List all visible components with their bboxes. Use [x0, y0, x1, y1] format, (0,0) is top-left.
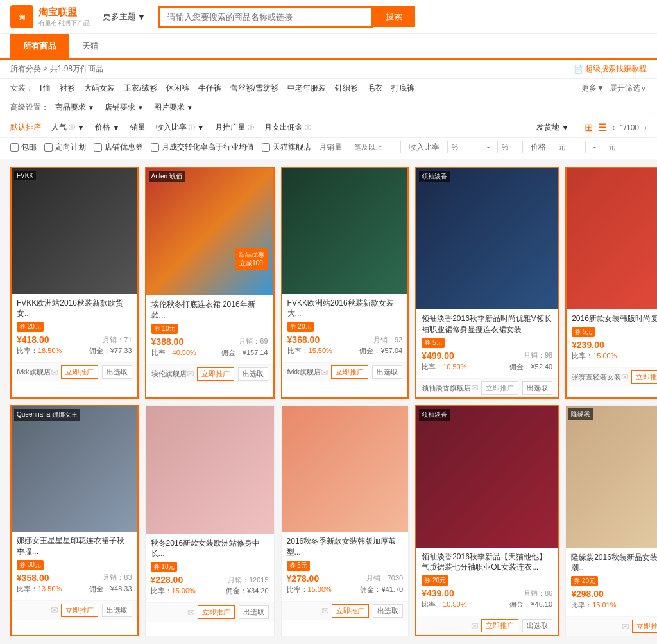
conversion-rate-checkbox[interactable] [151, 143, 159, 152]
product-req-dropdown[interactable]: 商品要求 ▼ [55, 102, 94, 113]
image-req-dropdown[interactable]: 图片要求 ▼ [154, 102, 193, 113]
tab-tmall[interactable]: 天猫 [69, 34, 112, 58]
cat-item-casual-pants[interactable]: 休闲裤 [166, 83, 189, 94]
product-card[interactable]: 2016新款女装韩版时尚复古宽松红...券 5元¥239.00月销：11825比… [565, 167, 657, 399]
product-card[interactable]: 领袖淡香领袖淡香2016秋季新品时尚优雅V领长袖职业裙修身显瘦连衣裙女装券 5元… [415, 167, 559, 399]
mail-icon[interactable]: ✉ [471, 621, 479, 631]
product-card[interactable]: Queennana 娜娜女王娜娜女王星星星印花连衣裙子秋季撞...券 30元¥3… [10, 405, 139, 637]
product-card[interactable]: FVKK欧洲站2016秋装新款女装大...券 20元¥368.00月销：92比率… [281, 167, 409, 399]
product-card[interactable]: Anlen 琥佰新品优惠立减100埃伦秋冬打底连衣裙 2016年新款...券 1… [145, 167, 275, 399]
select-button[interactable]: 出选取 [238, 367, 268, 381]
cat-item-jeans[interactable]: 牛仔裤 [198, 83, 221, 94]
cat-item-hoodie[interactable]: 卫衣/绒衫 [124, 83, 157, 94]
product-title: 2016新款女装韩版时尚复古宽松红... [572, 313, 657, 324]
rate-to-input[interactable] [497, 141, 523, 153]
promote-button[interactable]: 立即推广 [631, 370, 657, 384]
cat-item-lace[interactable]: 蕾丝衫/雪纺衫 [230, 83, 278, 94]
cb-conversion-rate[interactable]: 月成交转化率高于行业均值 [151, 142, 254, 153]
cat-item-tshirt[interactable]: T恤 [38, 83, 51, 94]
cb-free-shipping[interactable]: 包邮 [10, 142, 37, 153]
promote-button[interactable]: 立即推广 [198, 605, 235, 619]
product-price: ¥239.00 [572, 340, 604, 350]
mail-icon[interactable]: ✉ [51, 367, 58, 378]
shop-coupon-checkbox[interactable] [94, 143, 102, 152]
mail-icon[interactable]: ✉ [187, 369, 194, 379]
rate-value: 比率：15.01% [571, 600, 616, 610]
promote-button[interactable]: 立即推广 [481, 619, 518, 632]
mail-icon[interactable]: ✉ [321, 605, 329, 616]
search-input[interactable] [158, 6, 373, 28]
mail-icon[interactable]: ✉ [321, 367, 328, 378]
rate-input[interactable] [447, 141, 479, 153]
monthly-sales: 月销：69 [239, 336, 268, 346]
select-button[interactable]: 出选取 [522, 619, 552, 632]
mail-icon[interactable]: ✉ [187, 607, 195, 618]
next-page-btn[interactable]: › [644, 123, 647, 132]
select-button[interactable]: 出选取 [239, 605, 269, 619]
rate-row: 比率：10.50%佣金：¥46.10 [422, 600, 552, 609]
directed-plan-checkbox[interactable] [44, 143, 53, 152]
cat-item-shirt[interactable]: 衬衫 [60, 83, 75, 94]
cat-item-wool[interactable]: 毛衣 [367, 83, 382, 94]
shop-req-dropdown[interactable]: 店铺要求 ▼ [105, 102, 144, 113]
price-from-input[interactable] [554, 141, 586, 153]
sort-price[interactable]: 价格 ▼ [95, 122, 120, 133]
cb-directed-plan[interactable]: 定向计划 [44, 142, 86, 153]
promote-button[interactable]: 立即推广 [61, 604, 98, 617]
rate-val: 18.50% [38, 347, 62, 354]
sort-sales[interactable]: 销量 [130, 122, 146, 133]
cb-tmall-flagship[interactable]: 天猫旗舰店 [262, 142, 311, 153]
cb-shop-coupon[interactable]: 店铺优惠券 [94, 142, 143, 153]
list-view-btn[interactable]: ☰ [598, 121, 607, 134]
promote-button[interactable]: 立即推广 [632, 620, 657, 633]
product-card[interactable]: 隆缘裳隆缘裳2016秋装新品女装气质潮气质潮...券 20元¥298.00月销：… [565, 405, 657, 637]
product-card[interactable]: FVKKFVKK欧洲站2016秋装新款欧货女...券 20元¥418.00月销：… [10, 167, 139, 399]
mail-icon[interactable]: ✉ [622, 622, 629, 632]
category-more-btn[interactable]: 更多▼ [581, 83, 604, 94]
sort-rate[interactable]: 收入比率 ⓘ ▼ [156, 122, 205, 133]
commission: 佣金：¥48.33 [89, 584, 132, 594]
sort-monthly-promo[interactable]: 月推广量 ⓘ [215, 122, 254, 133]
promote-button[interactable]: 立即推广 [197, 367, 234, 381]
cat-item-plus[interactable]: 大码女装 [84, 83, 115, 94]
free-shipping-checkbox[interactable] [10, 143, 19, 152]
promote-button[interactable]: 立即推广 [332, 604, 369, 618]
promote-button[interactable]: 立即推广 [61, 365, 98, 379]
sort-popularity[interactable]: 人气 ⓘ ▼ [51, 122, 85, 133]
sort-default[interactable]: 默认排序 [10, 122, 41, 133]
prev-page-btn[interactable]: ‹ [612, 123, 615, 132]
tmall-flagship-checkbox[interactable] [262, 143, 270, 152]
monthly-sales-filter-label: 月销量 [319, 142, 342, 153]
shop-row: ✉立即推广出选取 [146, 602, 274, 622]
price-to-input[interactable] [604, 141, 629, 153]
mail-icon[interactable]: ✉ [621, 372, 629, 382]
grid-view-btn[interactable]: ⊞ [584, 121, 593, 134]
product-price: ¥368.00 [287, 335, 320, 345]
promote-button[interactable]: 立即推广 [331, 365, 368, 379]
product-card[interactable]: 领袖淡香领袖淡香2016秋季新品【天猫他他】气质裙装七分袖职业OL女装连衣...… [415, 405, 559, 637]
location-dropdown[interactable]: 发货地 ▼ [536, 122, 569, 133]
document-icon: 📄 [574, 65, 583, 74]
product-card[interactable]: 秋冬2016新款女装欧洲站修身中长...券 10元¥228.00月销：12015… [145, 405, 275, 637]
action-buttons: 立即推广出选取 [332, 604, 403, 618]
commission: 佣金：¥57.04 [359, 346, 402, 356]
sort-monthly-commission[interactable]: 月支出佣金 ⓘ [264, 122, 311, 133]
select-button[interactable]: 出选取 [522, 381, 552, 395]
monthly-sales-input[interactable] [350, 141, 401, 153]
super-search-link[interactable]: 📄 超级搜索找赚教程 [574, 64, 647, 74]
search-button[interactable]: 搜索 [373, 6, 415, 27]
product-card[interactable]: 2016秋冬季新款女装韩版加厚茧型...券 5元¥278.00月销：7030比率… [281, 405, 409, 637]
mail-icon[interactable]: ✉ [471, 383, 479, 393]
select-button[interactable]: 出选取 [372, 365, 402, 379]
category-expand-btn[interactable]: 展开筛选∨ [610, 83, 647, 94]
select-button[interactable]: 出选取 [373, 604, 403, 618]
cat-item-knit[interactable]: 针织衫 [335, 83, 358, 94]
select-button[interactable]: 出选取 [102, 365, 132, 379]
more-themes-btn[interactable]: 更多主题 ▼ [103, 11, 146, 22]
select-button[interactable]: 出选取 [102, 604, 132, 617]
mail-icon[interactable]: ✉ [51, 605, 58, 615]
cat-item-undershirt[interactable]: 打底裤 [391, 83, 414, 94]
cat-item-senior[interactable]: 中老年服装 [287, 83, 326, 94]
promote-button[interactable]: 立即推广 [481, 381, 518, 395]
tab-all-products[interactable]: 所有商品 [10, 34, 69, 58]
